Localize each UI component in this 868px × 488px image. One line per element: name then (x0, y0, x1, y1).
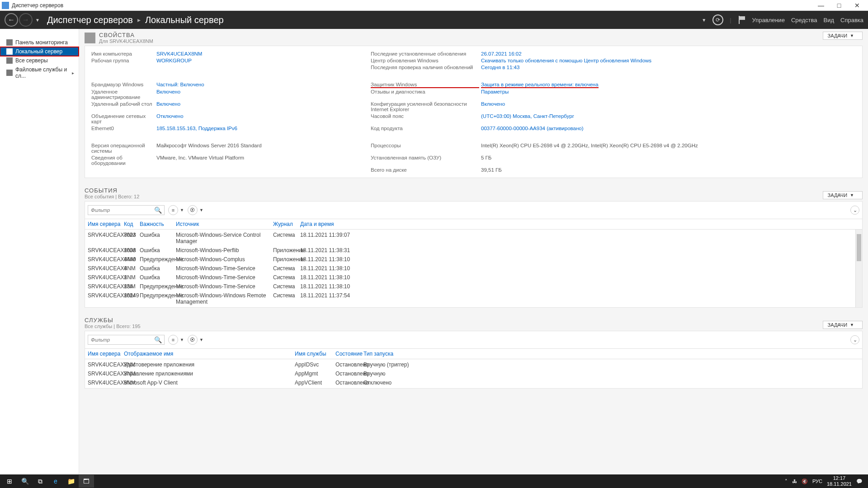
nav-back-button[interactable]: ← (5, 13, 18, 27)
col-service[interactable]: Имя службы (295, 351, 335, 357)
col-display[interactable]: Отображаемое имя (124, 351, 295, 357)
servers-icon (6, 57, 13, 64)
nav-forward-button[interactable]: → (19, 13, 33, 27)
menu-view[interactable]: Вид (823, 17, 834, 23)
col-server[interactable]: Имя сервера (88, 221, 124, 227)
chevron-down-icon[interactable]: ▼ (199, 338, 203, 342)
event-row[interactable]: SRVK4UCEAX8NM4440ПредупреждениеMicrosoft… (85, 255, 855, 264)
services-tasks-button[interactable]: ЗАДАЧИ▼ (823, 321, 863, 329)
service-row[interactable]: SRVK4UCEAX8NMУдостоверение приложенияApp… (85, 360, 862, 369)
sidebar: Панель мониторинга Локальный сервер Все … (0, 29, 79, 474)
chevron-down-icon[interactable]: ▼ (180, 208, 184, 212)
server-icon (6, 48, 13, 55)
col-server[interactable]: Имя сервера (88, 351, 124, 357)
tray-network-icon[interactable]: 🖧 (792, 479, 797, 484)
prop-computer-name[interactable]: SRVK4UCEAX8NM (156, 51, 369, 57)
cell-source: Microsoft-Windows-Complus (176, 256, 273, 263)
prop-last-check[interactable]: Сегодня в 11:43 (481, 64, 856, 70)
sidebar-item-dashboard[interactable]: Панель мониторинга (0, 38, 79, 47)
services-collapse-button[interactable]: ⌄ (850, 335, 859, 344)
events-query-button[interactable]: ⦿ (188, 205, 198, 215)
col-datetime[interactable]: Дата и время (300, 221, 391, 227)
prop-firewall[interactable]: Частный: Включено (156, 81, 369, 88)
service-row[interactable]: SRVK4UCEAX8NMУправление приложениямиAppM… (85, 369, 862, 378)
prop-ethernet[interactable]: 185.158.155.163, Поддержка IPv6 (156, 125, 369, 131)
sidebar-item-all-servers[interactable]: Все серверы (0, 56, 79, 65)
close-button[interactable]: ✕ (848, 0, 866, 10)
tray-clock[interactable]: 12:17 18.11.2021 (827, 475, 852, 487)
server-manager-taskbar-icon[interactable]: 🗔 (79, 475, 94, 488)
prop-remote-admin[interactable]: Включено (156, 89, 369, 100)
tray-chevron-up-icon[interactable]: ˄ (785, 479, 788, 484)
window-title: Диспетчер серверов (12, 2, 812, 9)
toolbar-dropdown-icon[interactable]: ▼ (702, 18, 706, 23)
tray-volume-icon[interactable]: 🔇 (802, 479, 808, 484)
refresh-icon[interactable]: ⟳ (712, 14, 723, 25)
prop-rdp[interactable]: Включено (156, 101, 369, 113)
task-view-button[interactable]: ⧉ (33, 475, 48, 488)
services-view-options-button[interactable]: ≡ (168, 335, 178, 345)
col-code[interactable]: Код (124, 221, 140, 227)
prop-product-id[interactable]: 00377-60000-00000-AA934 (активировано) (481, 125, 856, 131)
search-icon[interactable]: 🔍 (154, 206, 162, 214)
events-view-options-button[interactable]: ≡ (168, 205, 178, 215)
event-row[interactable]: SRVK4UCEAX8NM1ОшибкаMicrosoft-Windows-Ti… (85, 273, 855, 282)
minimize-button[interactable]: — (812, 0, 830, 10)
col-severity[interactable]: Важность (140, 221, 176, 227)
tray-action-center-icon[interactable]: 💬 (856, 479, 863, 484)
service-row[interactable]: SRVK4UCEAX8NMMicrosoft App-V ClientAppVC… (85, 378, 862, 387)
col-log[interactable]: Журнал (273, 221, 300, 227)
sidebar-item-local-server[interactable]: Локальный сервер (0, 47, 79, 56)
col-start[interactable]: Тип запуска (363, 351, 454, 357)
menu-help[interactable]: Справка (840, 17, 863, 23)
col-source[interactable]: Источник (176, 221, 273, 227)
sidebar-item-file-services[interactable]: Файловые службы и сл...▸ (0, 65, 79, 80)
cell-datetime: 18.11.2021 11:38:10 (300, 283, 391, 290)
event-row[interactable]: SRVK4UCEAX8NM1008ОшибкаMicrosoft-Windows… (85, 246, 855, 255)
search-icon[interactable]: 🔍 (154, 336, 162, 343)
event-row[interactable]: SRVK4UCEAX8NM134ПредупреждениеMicrosoft-… (85, 282, 855, 291)
sidebar-item-label: Все серверы (15, 57, 48, 64)
cell-severity: Предупреждение (140, 283, 176, 290)
properties-tasks-button[interactable]: ЗАДАЧИ▼ (823, 32, 863, 40)
scrollbar-thumb[interactable] (857, 234, 861, 261)
search-button[interactable]: 🔍 (17, 475, 33, 488)
maximize-button[interactable]: □ (830, 0, 848, 10)
chevron-down-icon[interactable]: ▼ (180, 338, 184, 342)
prop-timezone[interactable]: (UTC+03:00) Москва, Санкт-Петербург (481, 113, 856, 125)
services-query-button[interactable]: ⦿ (188, 335, 198, 345)
breadcrumb-root[interactable]: Диспетчер серверов (47, 15, 133, 25)
prop-nic-team[interactable]: Отключено (156, 113, 369, 125)
prop-workgroup[interactable]: WORKGROUP (156, 57, 369, 64)
prop-last-updates[interactable]: 26.07.2021 16:02 (481, 51, 856, 57)
col-state[interactable]: Состояние (335, 351, 363, 357)
menu-tools[interactable]: Средства (791, 17, 817, 23)
tray-language[interactable]: РУС (812, 479, 822, 484)
cell-server: SRVK4UCEAX8NM (88, 265, 124, 272)
event-row[interactable]: SRVK4UCEAX8NM7023ОшибкаMicrosoft-Windows… (85, 230, 855, 246)
chevron-down-icon: ▼ (850, 33, 854, 38)
prop-windows-update[interactable]: Скачивать только обновления с помощью Це… (481, 57, 856, 64)
cell-source: Microsoft-Windows-Time-Service (176, 265, 273, 272)
events-scrollbar[interactable] (855, 230, 862, 307)
ie-icon[interactable]: e (48, 475, 63, 488)
notifications-flag-icon[interactable] (738, 16, 746, 24)
events-filter-input[interactable] (88, 205, 165, 215)
services-filter-input[interactable] (88, 335, 165, 345)
chevron-down-icon[interactable]: ▼ (199, 208, 203, 212)
start-button[interactable]: ⊞ (2, 475, 17, 488)
prop-label: Объединение сетевых карт (91, 113, 155, 125)
prop-feedback[interactable]: Параметры (481, 89, 856, 100)
events-tasks-button[interactable]: ЗАДАЧИ▼ (823, 191, 863, 199)
nav-dropdown-icon[interactable]: ▼ (35, 18, 40, 23)
event-row[interactable]: SRVK4UCEAX8NM4ОшибкаMicrosoft-Windows-Ti… (85, 264, 855, 273)
event-row[interactable]: SRVK4UCEAX8NM10149ПредупреждениеMicrosof… (85, 291, 855, 306)
prop-defender[interactable]: Защита в режиме реального времени: включ… (481, 81, 599, 88)
explorer-icon[interactable]: 📁 (63, 475, 79, 488)
cell-code: 1008 (124, 247, 140, 253)
menu-manage[interactable]: Управление (752, 17, 785, 23)
breadcrumb-current: Локальный сервер (145, 15, 224, 25)
prop-ie-esc[interactable]: Включено (481, 101, 856, 113)
prop-label: Рабочая группа (91, 57, 155, 64)
events-collapse-button[interactable]: ⌄ (850, 206, 859, 215)
